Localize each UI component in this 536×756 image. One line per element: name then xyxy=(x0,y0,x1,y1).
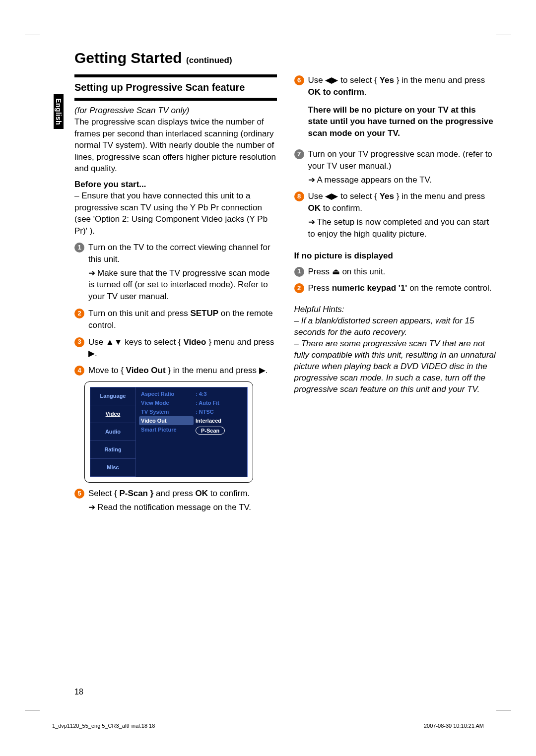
osd-val: Auto Fit xyxy=(194,398,244,407)
hint-item: – There are some progressive scan TV tha… xyxy=(294,338,497,395)
step-text: Press ⏏ on this unit. xyxy=(308,266,497,278)
content-columns: Setting up Progressive Scan feature (for… xyxy=(74,74,496,513)
step-2: 2 Turn on this unit and press SETUP on t… xyxy=(74,308,277,331)
crop-mark xyxy=(496,710,511,710)
step-4: 4 Move to { Video Out } in the menu and … xyxy=(74,365,277,377)
step-bold: Yes xyxy=(380,75,394,85)
step-bold: OK xyxy=(308,203,321,213)
step-number-badge: 2 xyxy=(294,283,304,293)
osd-row-active: Video Out xyxy=(139,416,194,425)
step-bold: numeric keypad '1' xyxy=(332,283,407,293)
before-heading: Before you start... xyxy=(74,179,277,190)
step-number-badge: 1 xyxy=(74,243,84,252)
crop-mark xyxy=(25,35,40,35)
step-text: Select { xyxy=(88,489,119,498)
step-bold: OK to confirm xyxy=(308,87,364,97)
intro-note: (for Progressive Scan TV only) xyxy=(74,105,277,116)
step-sub: A message appears on the TV. xyxy=(308,174,497,186)
crop-mark xyxy=(25,710,40,710)
step-sub: Make sure that the TV progressive scan m… xyxy=(88,267,277,303)
subsection-heading: If no picture is displayed xyxy=(294,251,497,261)
step-text: } in the menu and press ▶. xyxy=(166,366,268,375)
helpful-hints: Helpful Hints: – If a blank/distorted sc… xyxy=(294,304,497,395)
right-column: 6 Use ◀▶ to select { Yes } in the menu a… xyxy=(294,74,497,513)
osd-tab-misc: Misc xyxy=(90,459,136,477)
title-main: Getting Started xyxy=(74,50,182,66)
step-bold: Yes xyxy=(380,191,394,201)
step-text: Use ◀▶ to select { xyxy=(308,191,380,201)
step-7: 7 Turn on your TV progressive scan mode.… xyxy=(294,148,497,186)
osd-menu-figure: Language Video Audio Rating Misc Aspect … xyxy=(84,381,253,483)
osd-row: TV System xyxy=(139,407,194,416)
step-number-badge: 6 xyxy=(294,75,304,85)
step-bold: SETUP xyxy=(190,309,218,318)
step-text: Turn on this unit and press xyxy=(88,309,190,318)
step-number-badge: 5 xyxy=(74,489,84,499)
footer-left: 1_dvp1120_55_eng 5_CR3_aftFinal.18 18 xyxy=(52,723,155,729)
title-continued: (continued) xyxy=(186,56,232,65)
osd-val: 4:3 xyxy=(194,389,244,398)
step-number-badge: 4 xyxy=(74,366,84,376)
step-text: Turn on your TV progressive scan mode. (… xyxy=(308,149,492,171)
step-text: . xyxy=(364,87,367,97)
crop-mark xyxy=(496,35,511,35)
step-text: and press xyxy=(153,489,195,498)
step-text: Turn on the TV to the correct viewing ch… xyxy=(88,243,270,264)
section-heading: Setting up Progressive Scan feature xyxy=(74,74,277,101)
step-8: 8 Use ◀▶ to select { Yes } in the menu a… xyxy=(294,190,497,240)
step-5: 5 Select { P-Scan } and press OK to conf… xyxy=(74,488,277,513)
step-text: Move to { xyxy=(88,366,126,375)
step-sub: The setup is now completed and you can s… xyxy=(308,216,497,240)
step-3: 3 Use ▲▼ keys to select { Video } menu a… xyxy=(74,336,277,360)
step-sub: Read the notification message on the TV. xyxy=(88,502,277,513)
if-no-pic-2: 2 Press numeric keypad '1' on the remote… xyxy=(294,282,497,294)
osd-tab-video: Video xyxy=(90,405,136,423)
osd-val: NTSC xyxy=(194,407,244,416)
osd-tab-rating: Rating xyxy=(90,441,136,459)
footer-right: 2007-08-30 10:10:21 AM xyxy=(424,723,484,729)
step-number-badge: 2 xyxy=(74,309,84,318)
osd-val-selected: P-Scan xyxy=(194,425,244,436)
step-note: There will be no picture on your TV at t… xyxy=(308,104,497,139)
step-number-badge: 3 xyxy=(74,337,84,347)
osd-val: Interlaced xyxy=(194,416,244,425)
if-no-pic-1: 1 Press ⏏ on this unit. xyxy=(294,266,497,278)
step-bold: Video Out xyxy=(126,366,166,375)
step-bold: Video xyxy=(183,337,206,347)
osd-row: Smart Picture xyxy=(139,425,194,434)
step-number-badge: 8 xyxy=(294,191,304,201)
step-1: 1 Turn on the TV to the correct viewing … xyxy=(74,242,277,303)
step-number-badge: 1 xyxy=(294,267,304,277)
language-tab-label: English xyxy=(54,94,64,129)
before-text: – Ensure that you have connected this un… xyxy=(74,190,277,237)
step-text: Use ◀▶ to select { xyxy=(308,75,380,85)
step-text: } in the menu and press xyxy=(394,191,485,201)
osd-tabs: Language Video Audio Rating Misc xyxy=(90,387,136,477)
left-column: Setting up Progressive Scan feature (for… xyxy=(74,74,277,513)
step-number-badge: 7 xyxy=(294,149,304,159)
osd-tab-audio: Audio xyxy=(90,423,136,441)
osd-tab-language: Language xyxy=(90,387,136,405)
print-footer: 1_dvp1120_55_eng 5_CR3_aftFinal.18 18 20… xyxy=(52,723,484,729)
step-text: to confirm. xyxy=(208,489,250,498)
step-6: 6 Use ◀▶ to select { Yes } in the menu a… xyxy=(294,74,497,139)
hint-item: – If a blank/distorted screen appears, w… xyxy=(294,315,497,338)
step-bold: OK xyxy=(195,489,208,498)
osd-row: View Mode xyxy=(139,398,194,407)
step-text: to confirm. xyxy=(321,203,362,213)
page-number: 18 xyxy=(74,688,83,696)
step-text: on the remote control. xyxy=(407,283,491,293)
page-title: Getting Started (continued) xyxy=(74,50,496,66)
intro-paragraph: The progressive scan displays twice the … xyxy=(74,116,277,174)
manual-page: English Getting Started (continued) Sett… xyxy=(0,0,536,756)
step-text: } in the menu and press xyxy=(394,75,485,85)
hints-heading: Helpful Hints: xyxy=(294,304,497,315)
step-text: Use ▲▼ keys to select { xyxy=(88,337,183,347)
step-text: Press xyxy=(308,283,332,293)
step-bold: P-Scan } xyxy=(119,489,153,498)
osd-row: Aspect Ratio xyxy=(139,389,194,398)
